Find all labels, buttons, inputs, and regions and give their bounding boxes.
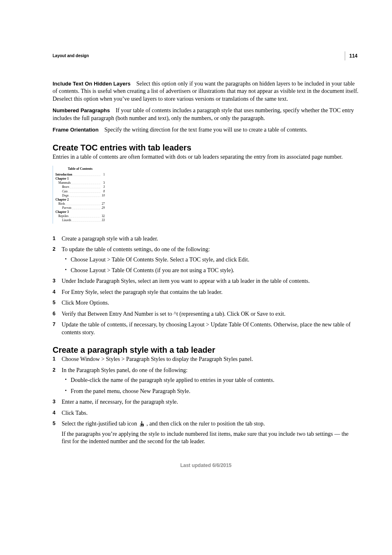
definition-body: Specify the writing direction for the te…: [104, 127, 307, 133]
toc-row-page: 3: [101, 185, 105, 189]
step-text-a: Select the right-justified tab icon: [62, 421, 138, 427]
toc-row-label: Chapter 2: [55, 198, 69, 202]
toc-figure-row: Lizards33: [55, 218, 105, 222]
toc-figure-row: Cats8: [55, 190, 105, 194]
step-text: Click Tabs.: [62, 410, 88, 416]
toc-row-label: Introduction: [55, 173, 72, 177]
step-item: Click Tabs.: [53, 409, 359, 417]
step-text: For Entry Style, select the paragraph st…: [62, 289, 223, 295]
definition-para: Numbered Paragraphs If your table of con…: [53, 107, 359, 122]
toc-example-figure: Table of Contents Introduction1Chapter 1…: [53, 166, 105, 223]
toc-row-leader: [71, 207, 101, 210]
toc-figure-row: Mammals3: [55, 181, 105, 185]
definition-term: Numbered Paragraphs: [53, 107, 110, 113]
toc-row-leader: [71, 182, 101, 185]
definition-term: Include Text On Hidden Layers: [53, 81, 131, 87]
toc-figure-row: Parrots29: [55, 206, 105, 210]
toc-row-label: Cats: [62, 190, 68, 194]
right-tab-icon: [139, 421, 144, 427]
spacer: [111, 107, 114, 113]
toc-row-page: 27: [101, 202, 105, 206]
toc-figure-row: Introduction1: [55, 173, 105, 177]
toc-row-page: 33: [101, 218, 105, 222]
steps-list: Create a paragraph style with a tab lead…: [53, 235, 359, 337]
section-intro: Entries in a table of contents are often…: [53, 153, 359, 161]
step-item: For Entry Style, select the paragraph st…: [53, 289, 359, 296]
page-footer: Last updated 6/6/2015: [53, 462, 359, 468]
toc-row-label: Reptiles: [58, 214, 69, 218]
toc-figure-row: Bears3: [55, 185, 105, 189]
toc-row-label: Parrots: [62, 206, 71, 210]
toc-row-label: Mammals: [58, 181, 71, 185]
toc-row-leader: [69, 194, 101, 198]
toc-figure-row: Chapter 1: [55, 177, 105, 181]
section-heading: Create a paragraph style with a tab lead…: [53, 345, 359, 355]
toc-row-label: Chapter 1: [55, 177, 69, 181]
step-text: To update the table of contents settings…: [62, 246, 210, 252]
toc-row-page: 8: [101, 190, 105, 194]
bullet-text: Double-click the name of the paragraph s…: [71, 377, 274, 383]
bullet-item: Double-click the name of the paragraph s…: [62, 377, 359, 384]
toc-row-page: 29: [101, 206, 105, 210]
toc-row-label: Birds: [58, 202, 65, 206]
steps-list: Choose Window > Styles > Paragraph Style…: [53, 356, 359, 445]
step-text: In the Paragraph Styles panel, do one of…: [62, 367, 187, 373]
step-item: Update the table of contents, if necessa…: [53, 321, 359, 336]
step-text: Verify that Between Entry And Number is …: [62, 311, 286, 317]
toc-figure-title: Table of Contents: [55, 167, 105, 171]
toc-row-page: 32: [101, 214, 105, 218]
toc-row-leader: [65, 203, 101, 206]
step-item: Select the right-justified tab icon , an…: [53, 420, 359, 445]
step-followon: If the paragraphs you’re applying the st…: [62, 430, 359, 446]
definition-para: Frame Orientation Specify the writing di…: [53, 126, 359, 134]
sub-bullets: Choose Layout > Table Of Contents Style.…: [62, 256, 359, 275]
step-item: Enter a name, if necessary, for the para…: [53, 398, 359, 406]
toc-row-leader: [72, 173, 101, 177]
step-text: Create a paragraph style with a tab lead…: [62, 236, 158, 242]
step-text: Under Include Paragraph Styles, select a…: [62, 278, 310, 284]
step-text: Enter a name, if necessary, for the para…: [62, 399, 178, 405]
bullet-item: From the panel menu, choose New Paragrap…: [62, 388, 359, 395]
toc-row-page: 3: [101, 181, 105, 185]
toc-figure-row: Birds27: [55, 202, 105, 206]
step-item: Under Include Paragraph Styles, select a…: [53, 278, 359, 285]
step-text: Choose Window > Styles > Paragraph Style…: [62, 356, 253, 362]
bullet-text: Choose Layout > Table Of Contents Style.…: [71, 257, 249, 263]
toc-figure-row: Reptiles32: [55, 214, 105, 218]
step-item: Click More Options.: [53, 299, 359, 307]
toc-row-label: Lizards: [62, 218, 71, 222]
sub-bullets: Double-click the name of the paragraph s…: [62, 377, 359, 395]
toc-figure-row: Chapter 2: [55, 198, 105, 202]
toc-row-label: Dogs: [62, 194, 69, 198]
step-item: In the Paragraph Styles panel, do one of…: [53, 367, 359, 395]
toc-row-label: Chapter 3: [55, 210, 69, 214]
spacer: [100, 127, 103, 133]
toc-row-leader: [71, 219, 101, 222]
bullet-text: Choose Layout > Table Of Contents (if yo…: [71, 267, 234, 273]
step-item: To update the table of contents settings…: [53, 246, 359, 274]
step-text: Click More Options.: [62, 300, 109, 306]
step-item: Verify that Between Entry And Number is …: [53, 310, 359, 318]
toc-row-leader: [69, 215, 101, 218]
toc-figure-row: Chapter 3: [55, 210, 105, 214]
toc-row-label: Bears: [62, 185, 69, 189]
section-heading: Create TOC entries with tab leaders: [53, 143, 359, 153]
definition-para: Include Text On Hidden Layers Select thi…: [53, 80, 359, 103]
bullet-item: Choose Layout > Table Of Contents Style.…: [62, 256, 359, 264]
page-number-region: 114: [345, 51, 357, 60]
toc-row-leader: [69, 186, 101, 189]
toc-row-leader: [68, 190, 101, 194]
toc-row-page: 10: [101, 194, 105, 198]
chapter-heading: Layout and design: [53, 53, 359, 58]
spacer: [132, 81, 135, 87]
step-text-b: , and then click on the ruler to positio…: [145, 421, 265, 427]
step-text: Update the table of contents, if necessa…: [62, 321, 350, 335]
step-item: Choose Window > Styles > Paragraph Style…: [53, 356, 359, 363]
step-item: Create a paragraph style with a tab lead…: [53, 235, 359, 243]
definition-term: Frame Orientation: [53, 127, 99, 133]
toc-figure-row: Dogs10: [55, 194, 105, 198]
bullet-item: Choose Layout > Table Of Contents (if yo…: [62, 267, 359, 274]
page-number: 114: [349, 53, 357, 59]
bullet-text: From the panel menu, choose New Paragrap…: [71, 388, 190, 394]
toc-row-page: 1: [101, 173, 105, 177]
